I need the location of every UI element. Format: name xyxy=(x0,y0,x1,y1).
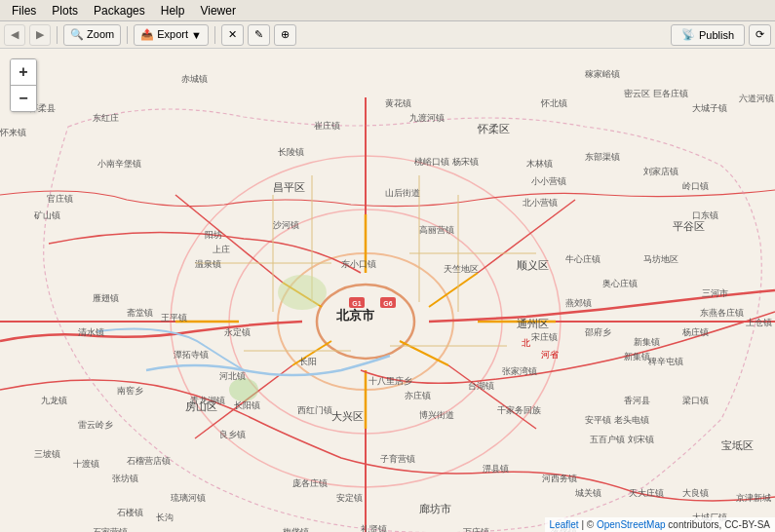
menu-viewer[interactable]: Viewer xyxy=(192,2,243,19)
svg-rect-0 xyxy=(0,49,775,532)
export-button[interactable]: 📤 Export ▼ xyxy=(134,24,209,46)
leaflet-link[interactable]: Leaflet xyxy=(550,519,579,530)
menu-help[interactable]: Help xyxy=(153,2,193,19)
locator-button[interactable]: ⊕ xyxy=(274,24,296,46)
map-container[interactable]: G1 G6 + − 怀柔县稼家峪镇密云区 巨各庄镇大城子镇六道河镇怀北镇黄花镇九… xyxy=(0,49,775,532)
svg-text:G1: G1 xyxy=(352,300,361,307)
map-attribution: Leaflet | © OpenStreetMap contributors, … xyxy=(545,517,775,532)
toolbar: ◀ ▶ 🔍 Zoom 📤 Export ▼ ✕ ✎ ⊕ 📡 Publish ⟳ xyxy=(0,21,775,49)
menu-files[interactable]: Files xyxy=(4,2,44,19)
menubar: Files Plots Packages Help Viewer xyxy=(0,0,775,21)
export-arrow: ▼ xyxy=(191,29,202,41)
publish-button[interactable]: 📡 Publish xyxy=(671,24,745,46)
toolbar-separator-3 xyxy=(214,26,215,44)
svg-point-30 xyxy=(229,378,258,401)
map-svg: G1 G6 xyxy=(0,49,775,532)
refresh-button[interactable]: ⟳ xyxy=(749,24,771,46)
clear-button[interactable]: ✕ xyxy=(221,24,244,46)
publish-icon: 📡 xyxy=(681,28,695,41)
menu-packages[interactable]: Packages xyxy=(86,2,153,19)
attribution-text: contributors, CC-BY-SA xyxy=(668,519,770,530)
osm-link[interactable]: OpenStreetMap xyxy=(597,519,666,530)
zoom-controls: + − xyxy=(10,58,37,112)
brush-button[interactable]: ✎ xyxy=(248,24,270,46)
toolbar-separator-1 xyxy=(57,26,58,44)
svg-text:G6: G6 xyxy=(383,300,392,307)
menu-plots[interactable]: Plots xyxy=(44,2,86,19)
zoom-in-button[interactable]: + xyxy=(11,59,36,85)
zoom-button[interactable]: 🔍 Zoom xyxy=(63,24,121,46)
publish-label: Publish xyxy=(699,29,734,41)
back-button[interactable]: ◀ xyxy=(4,24,25,46)
toolbar-separator-2 xyxy=(127,26,128,44)
forward-button[interactable]: ▶ xyxy=(29,24,51,46)
zoom-out-button[interactable]: − xyxy=(11,86,36,111)
export-label: 📤 Export xyxy=(140,28,188,41)
svg-point-29 xyxy=(278,275,327,310)
